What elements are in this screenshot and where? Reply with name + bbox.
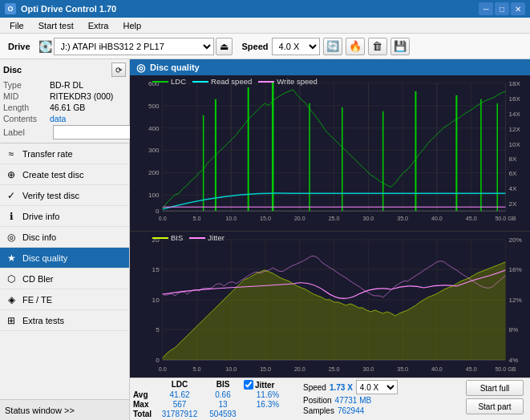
chart-top-svg: 600 500 400 300 200 100 0 18X 16X 14X 12… [130, 75, 530, 231]
jitter-header: Jitter [255, 381, 274, 390]
svg-text:100: 100 [148, 192, 160, 199]
refresh-button[interactable]: 🔄 [323, 38, 342, 55]
disc-title: Disc [3, 65, 22, 75]
sidebar: Disc ⟳ Type BD-R DL MID RITEKDR3 (000) L… [0, 59, 130, 420]
menu-start-test[interactable]: Start test [32, 19, 80, 32]
title-bar-left: O Opti Drive Control 1.70 [5, 3, 116, 14]
max-label: Max [133, 400, 156, 409]
disc-type-label: Type [3, 80, 50, 90]
sidebar-item-cd-bler[interactable]: ⬡ CD Bler [0, 269, 129, 289]
disc-header: Disc ⟳ [3, 63, 126, 77]
svg-text:6X: 6X [509, 170, 518, 177]
sidebar-item-drive-info[interactable]: ℹ Drive info [0, 206, 129, 227]
extra-tests-label: Extra tests [22, 316, 64, 325]
chart-top-legend: LDC Read speed Write speed [152, 77, 318, 86]
sidebar-item-disc-quality[interactable]: ★ Disc quality [0, 248, 129, 269]
legend-bis: BIS [152, 233, 183, 242]
disc-quality-label: Disc quality [22, 253, 67, 263]
stats-empty [133, 380, 156, 390]
start-full-button[interactable]: Start full [466, 380, 524, 396]
chart-bottom-legend: BIS Jitter [152, 233, 225, 242]
main-layout: Disc ⟳ Type BD-R DL MID RITEKDR3 (000) L… [0, 59, 530, 420]
avg-jitter: 11.6% [244, 390, 292, 399]
disc-type-value: BD-R DL [50, 80, 83, 90]
svg-text:15: 15 [152, 266, 160, 273]
create-test-disc-label: Create test disc [22, 170, 83, 180]
start-part-button[interactable]: Start part [466, 398, 524, 414]
sidebar-item-extra-tests[interactable]: ⊞ Extra tests [0, 310, 129, 331]
maximize-button[interactable]: □ [495, 2, 509, 15]
status-window-button[interactable]: Status window >> [0, 399, 129, 420]
disc-contents-value: data [50, 114, 66, 123]
app-icon: O [5, 3, 16, 14]
menu-extra[interactable]: Extra [82, 19, 115, 32]
minimize-button[interactable]: ─ [479, 2, 493, 15]
speed-label: Speed [242, 42, 269, 51]
sidebar-item-transfer-rate[interactable]: ≈ Transfer rate [0, 143, 129, 164]
chart-top: LDC Read speed Write speed [130, 75, 530, 232]
content-area: ◎ Disc quality LDC Read speed [130, 59, 530, 420]
legend-ldc: LDC [152, 77, 186, 86]
disc-info-icon: ◎ [5, 231, 18, 244]
chart-header-icon: ◎ [136, 62, 145, 74]
legend-read-speed-label: Read speed [211, 77, 252, 86]
close-button[interactable]: ✕ [511, 2, 525, 15]
disc-refresh-button[interactable]: ⟳ [111, 63, 126, 77]
erase-button[interactable]: 🗑 [368, 38, 387, 55]
sidebar-item-verify-test-disc[interactable]: ✓ Verify test disc [0, 185, 129, 206]
disc-mid-row: MID RITEKDR3 (000) [3, 91, 126, 101]
svg-text:4%: 4% [509, 357, 519, 364]
window-title: Opti Drive Control 1.70 [21, 4, 116, 14]
disc-quality-icon: ★ [5, 252, 18, 265]
legend-ldc-color [152, 81, 168, 83]
speed-select-stats[interactable]: 4.0 X [356, 380, 398, 394]
legend-jitter: Jitter [189, 233, 225, 242]
svg-text:35.0: 35.0 [397, 216, 408, 221]
eject-button[interactable]: ⏏ [216, 38, 233, 55]
svg-text:10.0: 10.0 [225, 366, 237, 372]
ldc-header: LDC [157, 380, 202, 390]
chart-bottom-svg: 20 15 10 5 0 20% 16% 12% 8% 4% 0.0 5.0 1… [130, 232, 530, 378]
menu-help[interactable]: Help [116, 19, 148, 32]
legend-ldc-label: LDC [171, 77, 186, 86]
svg-text:5: 5 [156, 326, 160, 333]
burn-button[interactable]: 🔥 [346, 38, 365, 55]
svg-text:500: 500 [148, 103, 160, 110]
legend-read-speed-color [192, 81, 208, 83]
svg-text:20.0: 20.0 [294, 366, 305, 372]
svg-text:25.0: 25.0 [329, 366, 340, 372]
position-label: Position [303, 396, 332, 405]
save-button[interactable]: 💾 [390, 38, 410, 55]
svg-text:0.0: 0.0 [159, 366, 167, 372]
svg-text:4X: 4X [509, 185, 518, 192]
speed-select[interactable]: 4.0 X [272, 38, 320, 55]
legend-write-speed-color [258, 81, 274, 83]
disc-mid-label: MID [3, 91, 50, 101]
svg-text:10.0: 10.0 [225, 216, 237, 221]
cd-bler-icon: ⬡ [5, 273, 18, 285]
disc-length-value: 46.61 GB [50, 103, 85, 112]
legend-jitter-color [189, 237, 205, 239]
disc-label-label: Label [3, 127, 50, 137]
svg-text:30.0: 30.0 [362, 216, 374, 221]
chart-title: Disc quality [150, 63, 200, 72]
status-window-label: Status window >> [5, 406, 75, 415]
speed-label: Speed [303, 383, 326, 392]
transfer-rate-icon: ≈ [5, 147, 18, 160]
sidebar-item-create-test-disc[interactable]: ⊕ Create test disc [0, 164, 129, 185]
menu-bar: File Start test Extra Help [0, 18, 530, 34]
sidebar-item-disc-info[interactable]: ◎ Disc info [0, 227, 129, 248]
drive-select[interactable]: J:) ATAPI iHBS312 2 PL17 [54, 38, 214, 55]
jitter-checkbox[interactable] [244, 380, 253, 390]
svg-text:15.0: 15.0 [260, 216, 271, 221]
svg-text:14X: 14X [509, 111, 521, 118]
disc-contents-row: Contents data [3, 114, 126, 123]
svg-text:18X: 18X [509, 80, 521, 87]
fe-te-label: FE / TE [22, 295, 52, 305]
bis-header: BIS [204, 380, 242, 390]
svg-text:12%: 12% [509, 297, 522, 304]
sidebar-item-fe-te[interactable]: ◈ FE / TE [0, 289, 129, 310]
drive-info-icon: ℹ [5, 210, 18, 223]
drive-icon: 💽 [38, 40, 52, 53]
menu-file[interactable]: File [3, 19, 30, 32]
